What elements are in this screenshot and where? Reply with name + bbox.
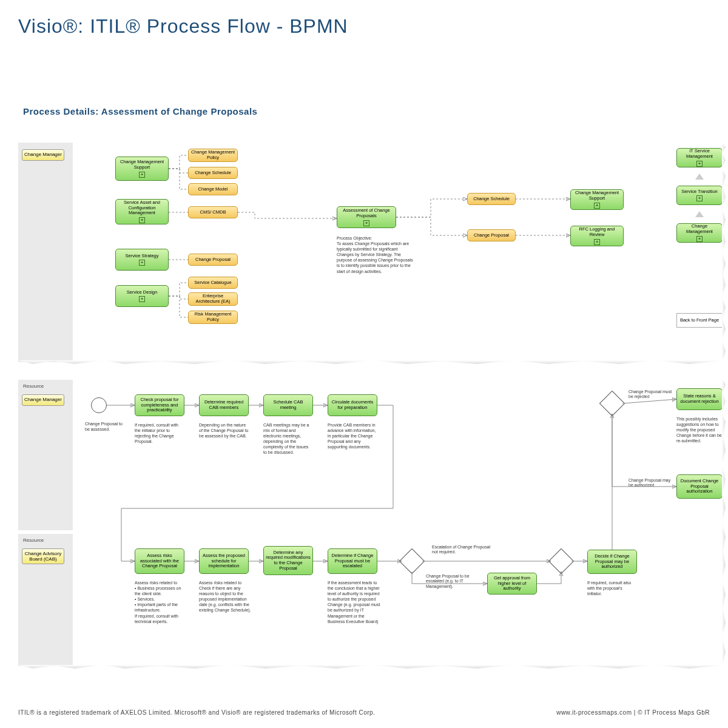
doc-change-mgmt-policy[interactable]: Change Management Policy [188,149,238,162]
hierarchy-arrow-2 [695,211,704,217]
torn-edge-right-1 [722,143,726,362]
process-subtitle: Process Details: Assessment of Change Pr… [23,106,257,116]
doc-enterprise-arch[interactable]: Enterprise Architecture (EA) [188,292,238,306]
footer: ITIL® is a registered trademark of AXELO… [18,709,710,716]
step-determine-escalate[interactable]: Determine if Change Proposal must be esc… [328,548,377,574]
box-service-asset-config[interactable]: Service Asset and Configuration Manageme… [115,199,169,224]
back-to-front-button[interactable]: Back to Front Page [676,313,723,328]
box-change-mgmt-parent[interactable]: Change Management+ [676,223,723,243]
step-determine-mods[interactable]: Determine any required modifications to … [263,546,313,575]
label-auth: Change Proposal may be authorized [629,478,672,488]
step-assess-schedule[interactable]: Assess the proposed schedule for impleme… [199,548,249,574]
box-assessment-change-proposals[interactable]: Assessment of Change Proposals+ [337,206,396,228]
torn-edge-bottom [18,665,725,669]
box-state-reasons-reject[interactable]: State reasons & document rejection [676,388,723,410]
start-desc: Change Proposal to be assessed. [85,421,127,432]
reject-desc: This possibly includes suggestions on ho… [676,416,724,443]
torn-edge-right-2 [722,379,726,666]
box-document-authorization[interactable]: Document Change Proposal authorization [676,474,723,499]
box-change-mgmt-support[interactable]: Change Management Support+ [115,157,169,181]
box-change-mgmt-support-out[interactable]: Change Management Support+ [570,189,624,210]
lane-change-manager-upper: Change Manager [22,149,64,161]
step-circulate-desc: Provide CAB members in advance with info… [328,422,377,450]
lane-change-manager-lower: Change Manager [22,394,64,406]
label-reject: Change Proposal must be rejected [629,389,672,400]
doc-change-model[interactable]: Change Model [188,183,238,195]
footer-right: www.it-processmaps.com | © IT Process Ma… [556,709,710,716]
doc-service-catalogue[interactable]: Service Catalogue [188,277,238,289]
step-assess-risks[interactable]: Assess risks associated with the Change … [135,548,184,574]
doc-change-proposal[interactable]: Change Proposal [188,254,238,266]
gateway-decision [599,391,625,416]
step-determine-cab[interactable]: Determine required CAB members [199,394,249,416]
box-service-design[interactable]: Service Design+ [115,285,169,307]
box-service-transition[interactable]: Service Transition+ [676,186,723,205]
lane-cab: Change Advisory Board (CAB) [22,548,64,564]
doc-change-schedule-out[interactable]: Change Schedule [467,193,516,205]
step-escalate-desc: If the assessment leads to the conclusio… [328,580,382,624]
page-title: Visio®: ITIL® Process Flow - BPMN [18,15,348,38]
step-check-proposal[interactable]: Check proposal for completeness and prac… [135,394,184,416]
doc-risk-mgmt-policy[interactable]: Risk Management Policy [188,311,238,324]
step-schedule-cab[interactable]: Schedule CAB meeting [263,394,313,416]
step-schedule-desc: CAB meetings may be a mix of formal and … [263,422,313,456]
start-event [91,397,107,413]
box-rfc-logging-review[interactable]: RFC Logging and Review+ [570,226,624,246]
step-assess-schedule-desc: Assess risks related to Check if there a… [199,580,251,613]
resource-label-2: Resource [23,538,44,543]
gateway-merge [548,548,574,574]
step-decide-desc: If required, consult also with the propo… [587,580,637,596]
doc-cms-cmdb[interactable]: CMS/ CMDB [188,206,238,218]
torn-edge-mid [18,360,725,364]
doc-change-schedule[interactable]: Change Schedule [188,167,238,179]
step-get-approval[interactable]: Get approval from higher level of author… [487,573,537,595]
assessment-description: Process Objective: To asses Change Propo… [337,235,416,274]
step-assess-risks-desc: Assess risks related to • Business proce… [135,580,187,624]
lane-bg-upper [18,143,73,362]
step-circulate-docs[interactable]: Circulate documents for preparation [328,394,377,416]
doc-change-proposal-out[interactable]: Change Proposal [467,229,516,241]
step-decide-authorize[interactable]: Decide if Change Proposal may be authori… [587,550,637,574]
box-service-strategy[interactable]: Service Strategy+ [115,249,169,271]
hierarchy-arrow-1 [695,174,704,180]
resource-label-1: Resource [23,383,44,389]
step-determine-desc: Depending on the nature of the Change Pr… [199,422,249,439]
step-check-desc: If required, consult with the initiator … [135,422,184,444]
label-esc-req: Change Proposal to be escalated (e.g. to… [426,574,480,589]
footer-left: ITIL® is a registered trademark of AXELO… [18,709,375,716]
gateway-escalation [399,548,425,574]
box-it-service-mgmt[interactable]: IT Service Management+ [676,148,723,167]
label-esc-not-req: Escalation of Change Proposal not requir… [432,545,493,555]
